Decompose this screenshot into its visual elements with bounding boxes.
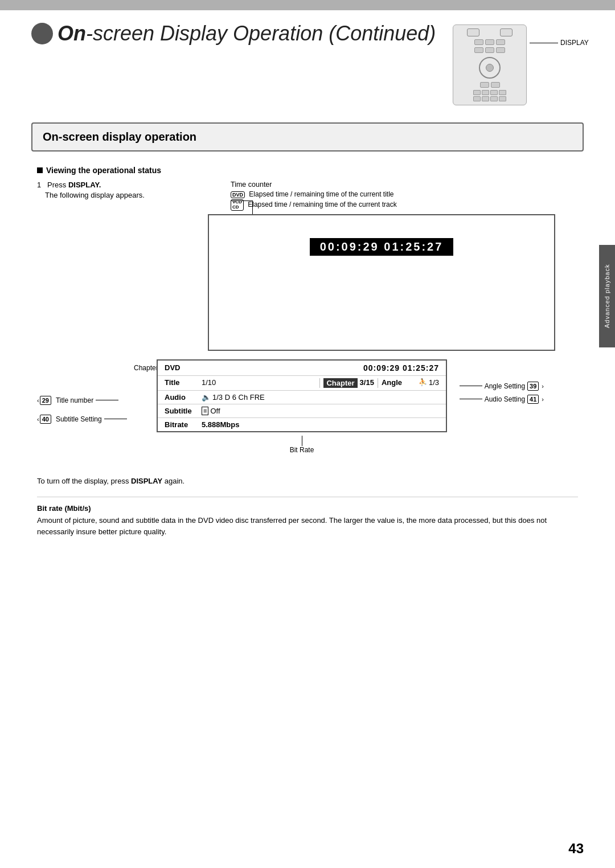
remote-small-btn-4: [474, 47, 483, 53]
title-bullet-icon: [31, 23, 53, 44]
dd-dvd-label: DVD: [165, 363, 180, 372]
title-connector-line: [96, 400, 118, 400]
remote-control-illustration: [453, 24, 527, 105]
display-label-text: DISPLAY: [560, 39, 589, 47]
subtitle-badge: 40: [40, 415, 51, 424]
dd-audio-label: Audio: [165, 393, 202, 402]
black-square-icon: [37, 167, 43, 173]
audio-connector-line: [460, 399, 482, 399]
detail-display: DVD 00:09:29 01:25:27 Title 1/10 Chapter…: [157, 359, 447, 432]
bit-rate-annotation: Bit Rate: [134, 436, 470, 454]
audio-speaker-icon: 🔈: [202, 393, 211, 402]
angle-icon: ⛹: [419, 378, 427, 388]
remote-4btn-8: [499, 96, 506, 101]
dd-header: DVD 00:09:29 01:25:27: [158, 361, 446, 376]
dd-time: 00:09:29 01:25:27: [363, 363, 439, 372]
right-column: Time counter DVD Elapsed time / remainin…: [185, 181, 578, 351]
step-1-subtext: The following display appears.: [45, 191, 174, 199]
step-2-text: To turn off the display, press: [37, 477, 131, 485]
remote-circle-inner: [486, 64, 494, 72]
dd-title-label: Title: [165, 378, 202, 388]
dd-bitrate-row: Bitrate 5.888Mbps: [158, 418, 446, 431]
remote-4btn-5: [473, 96, 481, 101]
large-display-time: 00:09:29 01:25:27: [310, 238, 454, 256]
remote-small-btn-1: [474, 39, 483, 45]
dd-title-row: Title 1/10 Chapter 3/15 Angle ⛹ 1/3: [158, 376, 446, 391]
remote-4btn-7: [490, 96, 498, 101]
large-display-container: 00:09:29 01:25:27: [185, 214, 578, 351]
remote-small-btn-6: [496, 47, 505, 53]
dd-angle-value: 1/3: [429, 378, 439, 388]
dd-subtitle-row: Subtitle ≡ Off: [158, 404, 446, 418]
page-title: On-screen Display Operation (Continued): [31, 22, 453, 46]
remote-small-btn-7: [480, 82, 489, 88]
title-badge: 29: [40, 396, 51, 405]
remote-top-buttons: [457, 28, 523, 36]
angle-setting-annotation: Angle Setting 39 ›: [460, 382, 544, 391]
time-counter-annotations: Time counter DVD Elapsed time / remainin…: [231, 181, 578, 211]
display-line: [530, 43, 558, 43]
side-tab-label: Advanced playback: [604, 264, 610, 328]
step-2-bold: DISPLAY: [131, 477, 162, 485]
bit-rate-connector-line: [302, 436, 302, 446]
page-number-area: 43: [568, 841, 584, 857]
content-layout: 1 Press DISPLAY. The following display a…: [37, 181, 578, 351]
subtitle-connector-line: [104, 419, 127, 419]
subtitle-setting-annotation: ‹ 40 Subtitle Setting: [37, 415, 127, 424]
section-title-text: On-screen display operation: [43, 130, 196, 143]
time-counter-label: Time counter: [231, 181, 578, 189]
title-on: On: [58, 22, 86, 45]
step-2-text2: again.: [162, 477, 184, 485]
page-title-area: On-screen Display Operation (Continued): [31, 22, 453, 46]
step-number: 1: [37, 181, 41, 189]
dd-sep-1: [319, 378, 320, 388]
remote-row-2: [457, 47, 523, 53]
horiz-connector-2: [231, 200, 252, 201]
remote-4btn-3: [490, 90, 498, 95]
remote-bottom-rows: [457, 90, 523, 101]
remote-small-btn-3: [496, 39, 505, 45]
title-number-annotation: ‹ 29 Title number: [37, 396, 118, 405]
bit-rate-label: Bit Rate: [290, 446, 314, 454]
step-1-sub: The following display appears.: [45, 191, 145, 199]
dd-sep-2: [378, 378, 378, 388]
dd-audio-row: Audio 🔈 1/3 D 6 Ch FRE: [158, 391, 446, 404]
angle-badge: 39: [527, 382, 539, 391]
body-content: Viewing the operational status 1 Press D…: [31, 166, 584, 538]
bit-rate-section: Bit rate (Mbit/s) Amount of picture, sou…: [37, 497, 578, 539]
subtitle-setting-label: Subtitle Setting: [56, 415, 102, 423]
display-annotation: DISPLAY: [530, 39, 589, 47]
page-number: 43: [568, 841, 584, 857]
advanced-playback-tab: Advanced playback: [599, 245, 615, 347]
remote-small-btn-8: [491, 82, 500, 88]
bit-rate-section-title: Bit rate (Mbit/s): [37, 504, 578, 513]
audio-setting-label: Audio Setting: [485, 395, 525, 403]
subsection-title-text: Viewing the operational status: [46, 166, 161, 175]
detail-display-area: DVD 00:09:29 01:25:27 Title 1/10 Chapter…: [134, 359, 470, 454]
top-bar: [0, 0, 615, 10]
dvd-annotation: DVD Elapsed time / remaining time of the…: [231, 190, 578, 198]
angle-setting-label: Angle Setting: [485, 382, 525, 390]
step-1-bold: DISPLAY.: [68, 181, 101, 189]
page-title-text: On-screen Display Operation (Continued): [58, 22, 436, 46]
remote-circle: [479, 57, 501, 79]
remote-4btn-4: [499, 90, 506, 95]
remote-row-1: [457, 39, 523, 45]
audio-setting-annotation: Audio Setting 41 ›: [460, 395, 544, 404]
remote-4btn-6: [482, 96, 489, 101]
subsection-title: Viewing the operational status: [37, 166, 578, 175]
dd-bitrate-label: Bitrate: [165, 420, 202, 429]
section-box: On-screen display operation: [31, 122, 584, 152]
remote-4btn-1: [473, 90, 481, 95]
lower-display-section: Chapter number 29 › ‹ 29 Title number ‹ …: [37, 359, 578, 454]
title-number-label: Title number: [56, 396, 93, 404]
dd-subtitle-value: Off: [210, 407, 220, 415]
remote-wrapper: DISPLAY: [453, 24, 527, 105]
step-2: To turn off the display, press DISPLAY a…: [37, 477, 578, 485]
content-area: On-screen Display Operation (Continued): [0, 10, 615, 572]
step-1-text: 1 Press DISPLAY.: [37, 181, 174, 189]
remote-small-btn-5: [485, 47, 494, 53]
remote-small-btn-2: [485, 39, 494, 45]
remote-row-3: [457, 82, 523, 88]
vcd-annotation: VCDCD Elapsed time / remaining time of t…: [231, 199, 578, 211]
